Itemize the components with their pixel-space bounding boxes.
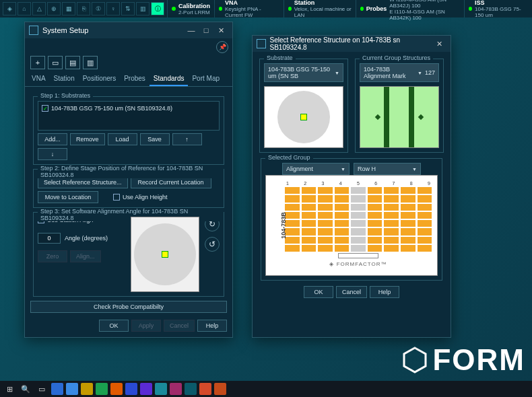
tab-standards[interactable]: Standards xyxy=(149,72,189,86)
substrates-list[interactable]: ✓ 104-783B GSG 75-150 um (SN SB109324.8) xyxy=(38,101,220,131)
tool-icon-7[interactable]: ① xyxy=(92,2,105,15)
close-button[interactable]: ✕ xyxy=(432,38,446,50)
saveas-icon[interactable]: ▥ xyxy=(83,56,98,69)
taskbar-app-11[interactable] xyxy=(199,383,211,395)
taskbar-app-6[interactable] xyxy=(125,383,137,395)
save-button[interactable]: Save xyxy=(140,133,170,145)
start-button[interactable]: ⊞ xyxy=(3,383,16,395)
angle-input[interactable] xyxy=(38,233,61,244)
help-button[interactable]: Help xyxy=(197,320,227,332)
taskbar-app-4[interactable] xyxy=(96,383,108,395)
move-down-button[interactable]: ↓ xyxy=(38,148,67,160)
alignment-mark-icon xyxy=(300,114,307,120)
list-item[interactable]: ✓ 104-783B GSG 75-150 um (SN SB109324.8) xyxy=(40,104,217,113)
add-button[interactable]: Add... xyxy=(38,133,67,145)
cancel-button[interactable]: Cancel xyxy=(336,286,367,298)
search-button[interactable]: 🔍 xyxy=(19,383,32,395)
tool-icon-1[interactable]: ◈ xyxy=(3,2,16,15)
tab-vna[interactable]: VNA xyxy=(28,72,50,86)
tab-portmap[interactable]: Port Map xyxy=(188,72,224,86)
status-label: VNA xyxy=(225,0,279,6)
tab-positioners[interactable]: Positioners xyxy=(79,72,120,86)
step2-group: Step 2: Define Stage Position of Referen… xyxy=(33,169,224,208)
move-location-button[interactable]: Move to Location xyxy=(38,191,98,203)
ok-button[interactable]: OK xyxy=(304,286,333,298)
check-compat-button[interactable]: Check Probe Compatibilty xyxy=(30,301,227,313)
map-side-label: 104-783B xyxy=(280,212,287,239)
help-button[interactable]: Help xyxy=(370,286,399,298)
maximize-button[interactable]: □ xyxy=(199,24,213,36)
chevron-down-icon: ▼ xyxy=(412,167,417,172)
save-icon[interactable]: ▤ xyxy=(65,56,80,69)
remove-button[interactable]: Remove xyxy=(70,133,105,145)
tab-probes[interactable]: Probes xyxy=(120,72,149,86)
tool-icon-11[interactable]: ⓘ xyxy=(151,2,164,15)
zero-button[interactable]: Zero xyxy=(38,250,67,262)
taskbar-app-2[interactable] xyxy=(66,383,78,395)
open-icon[interactable]: ▭ xyxy=(48,56,63,69)
group-structure-dropdown[interactable]: 104-783B Alignment Mark ▼ 127 xyxy=(360,63,439,82)
tool-icon-5[interactable]: ▦ xyxy=(62,2,75,15)
taskbar-app-9[interactable] xyxy=(170,383,182,395)
alignment-dropdown[interactable]: Alignment ▼ xyxy=(282,163,350,175)
pin-button[interactable]: 📌 xyxy=(216,41,228,53)
use-align-height-checkbox[interactable] xyxy=(113,194,120,201)
brand-text: FORM xyxy=(432,343,525,377)
tool-icon-6[interactable]: ⎘ xyxy=(77,2,90,15)
step3-group: Step 3: Set Software Alignment Angle for… xyxy=(33,212,224,297)
status-dot-icon xyxy=(469,7,472,11)
substrate-map[interactable]: 104-783B 123456789 ◈ FORMFACTOR™ xyxy=(265,175,438,276)
load-button[interactable]: Load xyxy=(108,133,137,145)
taskbar-app-12[interactable] xyxy=(214,383,226,395)
dropdown-value: Row H xyxy=(358,166,376,172)
group-label: Selected Group xyxy=(265,154,313,161)
tool-icon-8[interactable]: ♀ xyxy=(106,2,120,15)
close-button[interactable]: ✕ xyxy=(213,24,228,36)
apply-button[interactable]: Apply xyxy=(131,320,161,332)
tool-icon-10[interactable]: ▥ xyxy=(136,2,149,15)
taskbar-app-10[interactable] xyxy=(185,383,197,395)
checkbox-icon[interactable]: ✓ xyxy=(42,105,48,112)
align-button[interactable]: Align... xyxy=(70,250,101,262)
taskbar-app-3[interactable] xyxy=(81,383,93,395)
status-value: 2-Port LRRM xyxy=(178,9,210,15)
status-station: Station Velox, Local machine or LAN xyxy=(284,0,356,17)
taskbar-app-5[interactable] xyxy=(110,383,123,395)
group-count: 127 xyxy=(425,69,435,76)
dropdown-value: Alignment xyxy=(286,166,313,172)
tab-station[interactable]: Station xyxy=(50,72,79,86)
top-ribbon: ◈ ⌂ △ ⊕ ▦ ⎘ ① ♀ ⇅ ▥ ⓘ Calibration 2-Port… xyxy=(0,0,532,17)
tool-icon-4[interactable]: ⊕ xyxy=(47,2,61,15)
status-value: Velox, Local machine or LAN xyxy=(294,6,352,18)
group-label: Current Group Structures xyxy=(360,55,433,61)
substrate-dropdown[interactable]: 104-783B GSG 75-150 um (SN SB ▼ xyxy=(264,63,343,82)
titlebar[interactable]: System Setup — □ ✕ xyxy=(25,22,232,38)
status-probes: Probes W I110-M-GSG AM (SN AB342J) 100 E… xyxy=(356,0,464,17)
tool-icon-2[interactable]: ⌂ xyxy=(18,2,31,15)
status-iss: ISS 104-783B GSG 75-150 um xyxy=(464,0,532,17)
tool-icon-3[interactable]: △ xyxy=(32,2,46,15)
alignment-mark-icon xyxy=(162,251,168,258)
row-dropdown[interactable]: Row H ▼ xyxy=(354,163,421,175)
move-up-button[interactable]: ↑ xyxy=(172,133,202,145)
cancel-button[interactable]: Cancel xyxy=(164,320,195,332)
status-value: 104-783B GSG 75-150 um xyxy=(475,6,528,18)
status-dot-icon xyxy=(288,7,292,11)
titlebar[interactable]: Select Reference Structure on 104-783B s… xyxy=(253,36,451,52)
substrate-group: Substrate 104-783B GSG 75-150 um (SN SB … xyxy=(259,59,348,153)
app-icon xyxy=(257,39,266,48)
rotate-ccw-button[interactable]: ↺ xyxy=(205,237,220,252)
angle-label: Angle (degrees) xyxy=(65,235,108,242)
status-label: Probes xyxy=(366,5,387,12)
tool-icon-9[interactable]: ⇅ xyxy=(121,2,135,15)
taskbar-app-1[interactable] xyxy=(51,383,63,395)
taskview-button[interactable]: ▭ xyxy=(35,383,48,395)
tab-strip: VNA Station Positioners Probes Standards… xyxy=(25,72,232,87)
taskbar-app-7[interactable] xyxy=(140,383,152,395)
toolbar-icons: ◈ ⌂ △ ⊕ ▦ ⎘ ① ♀ ⇅ ▥ ⓘ xyxy=(0,2,167,15)
new-icon[interactable]: + xyxy=(30,56,45,69)
ok-button[interactable]: OK xyxy=(99,320,129,332)
taskbar-app-8[interactable] xyxy=(155,383,167,395)
minimize-button[interactable]: — xyxy=(184,24,199,36)
selected-group: Selected Group Alignment ▼ Row H ▼ 104-7… xyxy=(261,158,442,281)
